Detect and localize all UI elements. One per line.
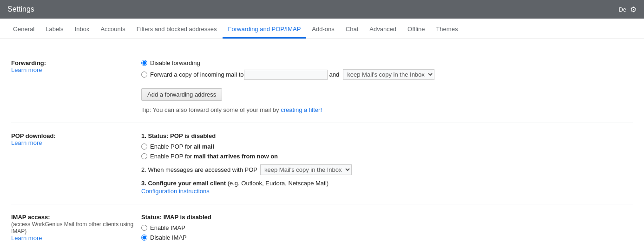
tab-labels[interactable]: Labels bbox=[40, 21, 69, 39]
pop-configure-text: 3. Configure your email client (e.g. Out… bbox=[141, 180, 633, 187]
imap-label: IMAP access: (access WorkGenius Mail fro… bbox=[11, 214, 141, 248]
forward-copy-radio[interactable] bbox=[141, 72, 147, 78]
tab-general[interactable]: General bbox=[7, 21, 40, 39]
tab-filters[interactable]: Filters and blocked addresses bbox=[131, 21, 223, 39]
pop-from-now-row: Enable POP for mail that arrives from no… bbox=[141, 153, 633, 160]
page-title: Settings bbox=[7, 5, 34, 13]
imap-content: Status: IMAP is disabled Enable IMAP Dis… bbox=[141, 214, 633, 248]
tabs-bar: General Labels Inbox Accounts Filters an… bbox=[0, 19, 644, 39]
imap-status: Status: IMAP is disabled bbox=[141, 214, 633, 221]
header-right: De ⚙ bbox=[618, 5, 637, 14]
tab-offline[interactable]: Offline bbox=[402, 21, 430, 39]
pop-content: 1. Status: POP is disabled Enable POP fo… bbox=[141, 132, 633, 195]
creating-filter-link[interactable]: creating a filter! bbox=[281, 106, 322, 113]
imap-disable-radio[interactable] bbox=[141, 235, 147, 241]
tab-chat[interactable]: Chat bbox=[340, 21, 364, 39]
gear-icon[interactable]: ⚙ bbox=[630, 5, 637, 14]
forwarding-learn-more[interactable]: Learn more bbox=[11, 66, 42, 73]
pop-accessed-select[interactable]: keep Mail's copy in the Inbox bbox=[260, 164, 352, 175]
forward-copy-row: Forward a copy of incoming mail to and k… bbox=[141, 69, 633, 80]
tab-accounts[interactable]: Accounts bbox=[95, 21, 131, 39]
pop-section: POP download: Learn more 1. Status: POP … bbox=[11, 123, 633, 204]
pop-label: POP download: Learn more bbox=[11, 132, 141, 195]
forwarding-content: Disable forwarding Forward a copy of inc… bbox=[141, 59, 633, 113]
imap-section: IMAP access: (access WorkGenius Mail fro… bbox=[11, 204, 633, 248]
imap-disable-row: Disable IMAP bbox=[141, 234, 633, 241]
pop-status: 1. Status: POP is disabled bbox=[141, 132, 633, 139]
forwarding-section: Forwarding: Learn more Disable forwardin… bbox=[11, 50, 633, 123]
disable-forwarding-radio[interactable] bbox=[141, 60, 147, 66]
pop-learn-more[interactable]: Learn more bbox=[11, 139, 42, 146]
add-forwarding-address-button[interactable]: Add a forwarding address bbox=[141, 88, 222, 101]
imap-enable-radio[interactable] bbox=[141, 225, 147, 231]
tab-themes[interactable]: Themes bbox=[430, 21, 463, 39]
forward-address-input[interactable] bbox=[244, 70, 328, 80]
forwarding-label: Forwarding: Learn more bbox=[11, 59, 141, 113]
forwarding-tip: Tip: You can also forward only some of y… bbox=[141, 106, 633, 113]
pop-all-mail-radio[interactable] bbox=[141, 144, 147, 150]
user-initials: De bbox=[618, 6, 626, 13]
tab-forwarding[interactable]: Forwarding and POP/IMAP bbox=[223, 21, 307, 39]
keep-mail-select[interactable]: keep Mail's copy in the Inbox bbox=[343, 69, 434, 80]
when-accessed-row: 2. When messages are accessed with POP k… bbox=[141, 164, 633, 175]
disable-forwarding-row: Disable forwarding bbox=[141, 59, 633, 66]
imap-enable-row: Enable IMAP bbox=[141, 224, 633, 231]
pop-config-link[interactable]: Configuration instructions bbox=[141, 188, 633, 195]
tab-addons[interactable]: Add-ons bbox=[306, 21, 340, 39]
pop-from-now-radio[interactable] bbox=[141, 153, 147, 159]
tab-inbox[interactable]: Inbox bbox=[69, 21, 95, 39]
pop-all-mail-row: Enable POP for all mail bbox=[141, 143, 633, 150]
header: Settings De ⚙ bbox=[0, 0, 644, 19]
imap-learn-more[interactable]: Learn more bbox=[11, 235, 42, 241]
settings-content: Forwarding: Learn more Disable forwardin… bbox=[0, 39, 644, 248]
tab-advanced[interactable]: Advanced bbox=[364, 21, 402, 39]
